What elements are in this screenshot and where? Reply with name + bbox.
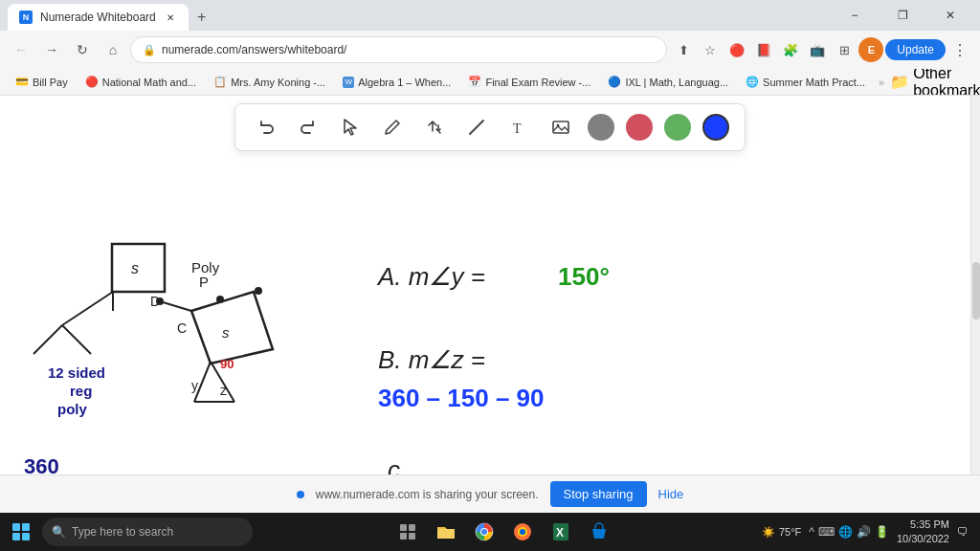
bookmark-icon: 🔴	[85, 76, 99, 88]
ext1-icon[interactable]: 🔴	[724, 37, 749, 62]
svg-line-12	[62, 325, 91, 354]
clock-date: 10/30/2022	[897, 532, 949, 546]
svg-line-1	[470, 121, 483, 134]
favorites-icon[interactable]: ☆	[698, 37, 723, 62]
bookmark-ixl[interactable]: 🔵 IXL | Math, Languag...	[600, 74, 736, 90]
bookmark-label: Bill Pay	[33, 77, 68, 88]
menu-button[interactable]: ⋮	[947, 37, 972, 62]
volume-icon[interactable]: 🔊	[857, 525, 871, 539]
title-bar: N Numerade Whiteboard ✕ + − ❐ ✕	[0, 0, 980, 31]
svg-marker-0	[345, 120, 356, 135]
bookmark-label: Algebra 1 – When...	[358, 77, 451, 88]
lock-icon: 🔒	[143, 44, 156, 56]
tab-close-button[interactable]: ✕	[164, 11, 177, 24]
other-bookmarks[interactable]: 📁 Other bookmarks	[890, 69, 980, 96]
update-button[interactable]: Update	[885, 39, 946, 60]
taskbar: 🔍 Type here to search X ☀️ 75°F ^ ⌨	[0, 513, 980, 551]
other-bookmarks-label: Other bookmarks	[913, 69, 980, 96]
redo-button[interactable]	[293, 112, 323, 143]
svg-marker-16	[191, 292, 273, 364]
text-tool-button[interactable]: T	[503, 112, 534, 143]
taskbar-search[interactable]: 🔍 Type here to search	[42, 518, 253, 546]
chevron-up-icon[interactable]: ^	[809, 525, 814, 539]
battery-icon[interactable]: 🔋	[875, 525, 889, 539]
task-view-button[interactable]	[390, 515, 425, 549]
scrollbar-thumb[interactable]	[972, 262, 980, 320]
undo-button[interactable]	[251, 112, 281, 143]
keyboard-icon[interactable]: ⌨	[818, 525, 835, 539]
color-red[interactable]	[626, 114, 653, 141]
tools-button[interactable]	[419, 112, 450, 143]
restore-button[interactable]: ❐	[880, 0, 924, 31]
system-clock[interactable]: 5:35 PM 10/30/2022	[897, 518, 949, 547]
window-controls: − ❐ ✕	[833, 0, 972, 31]
pen-tool-button[interactable]	[377, 112, 408, 143]
share-icon[interactable]: ⬆	[671, 37, 696, 62]
notifications-icon[interactable]: 🗨	[957, 525, 969, 539]
svg-rect-42	[400, 533, 407, 540]
bookmark-national-math[interactable]: 🔴 National Math and...	[78, 74, 204, 90]
minimize-button[interactable]: −	[833, 0, 877, 31]
bookmark-summer-math[interactable]: 🌐 Summer Math Pract...	[738, 74, 873, 90]
firefox-app[interactable]	[505, 515, 540, 549]
forward-button[interactable]: →	[38, 36, 65, 63]
hide-button[interactable]: Hide	[658, 487, 684, 501]
select-tool-button[interactable]	[335, 112, 366, 143]
svg-rect-3	[553, 121, 568, 133]
color-gray[interactable]	[588, 114, 614, 141]
bookmark-label: Final Exam Review -...	[485, 77, 590, 88]
bookmark-algebra[interactable]: W Algebra 1 – When...	[335, 75, 458, 90]
bookmark-bill-pay[interactable]: 💳 Bill Pay	[8, 74, 76, 90]
svg-text:C: C	[177, 320, 187, 336]
address-input[interactable]: 🔒 numerade.com/answers/whiteboard/	[130, 36, 667, 63]
bookmark-icon: 📅	[468, 76, 481, 88]
reload-button[interactable]: ↻	[69, 36, 96, 63]
svg-rect-41	[409, 524, 415, 531]
svg-text:P: P	[199, 274, 209, 290]
line-tool-button[interactable]	[461, 112, 492, 143]
search-placeholder: Type here to search	[72, 525, 173, 539]
file-explorer-app[interactable]	[429, 515, 463, 549]
bookmark-amy-koning[interactable]: 📋 Mrs. Amy Koning -...	[206, 74, 333, 90]
store-app[interactable]	[582, 515, 616, 549]
system-icons: ^ ⌨ 🌐 🔊 🔋	[809, 525, 889, 539]
ext2-icon[interactable]: 📕	[751, 37, 776, 62]
cast-icon[interactable]: 📺	[805, 37, 830, 62]
stop-sharing-button[interactable]: Stop sharing	[550, 481, 647, 507]
whiteboard-toolbar: T	[234, 103, 746, 151]
svg-text:B. m∠z =: B. m∠z =	[378, 345, 485, 374]
color-green[interactable]	[664, 114, 691, 141]
whiteboard-canvas[interactable]: s Poly P D C s 90 y z 1	[0, 96, 980, 513]
svg-text:150°: 150°	[558, 262, 610, 291]
chrome-app[interactable]	[467, 515, 501, 549]
svg-text:360 – 150 – 90: 360 – 150 – 90	[378, 384, 545, 412]
bookmark-label: IXL | Math, Languag...	[625, 77, 728, 88]
active-tab[interactable]: N Numerade Whiteboard ✕	[8, 4, 189, 31]
svg-rect-43	[409, 533, 415, 540]
svg-point-49	[520, 529, 525, 535]
network-icon[interactable]: 🌐	[838, 525, 853, 539]
new-tab-button[interactable]: +	[189, 4, 215, 31]
svg-rect-40	[400, 524, 407, 531]
bookmark-label: Summer Math Pract...	[763, 77, 865, 88]
start-button[interactable]	[4, 515, 38, 549]
excel-app[interactable]: X	[544, 515, 578, 549]
image-tool-button[interactable]	[546, 112, 576, 143]
svg-text:A. m∠y =: A. m∠y =	[376, 262, 485, 291]
sharing-indicator	[297, 491, 304, 498]
bookmarks-bar: 💳 Bill Pay 🔴 National Math and... 📋 Mrs.…	[0, 69, 980, 96]
ext3-icon[interactable]: 🧩	[778, 37, 803, 62]
home-button[interactable]: ⌂	[100, 36, 126, 63]
profile-button[interactable]: E	[858, 37, 883, 62]
sidebar-icon[interactable]: ⊞	[832, 37, 857, 62]
bookmark-icon: 📋	[213, 76, 227, 88]
bookmark-label: Mrs. Amy Koning -...	[231, 77, 325, 88]
back-button[interactable]: ←	[8, 36, 34, 63]
color-blue[interactable]	[702, 114, 729, 141]
svg-point-26	[255, 287, 262, 295]
tab-favicon: N	[19, 11, 33, 24]
close-button[interactable]: ✕	[928, 0, 972, 31]
weather-temp[interactable]: ☀️ 75°F	[762, 526, 801, 539]
bookmark-final-exam[interactable]: 📅 Final Exam Review -...	[460, 74, 598, 90]
scrollbar[interactable]	[970, 96, 980, 513]
